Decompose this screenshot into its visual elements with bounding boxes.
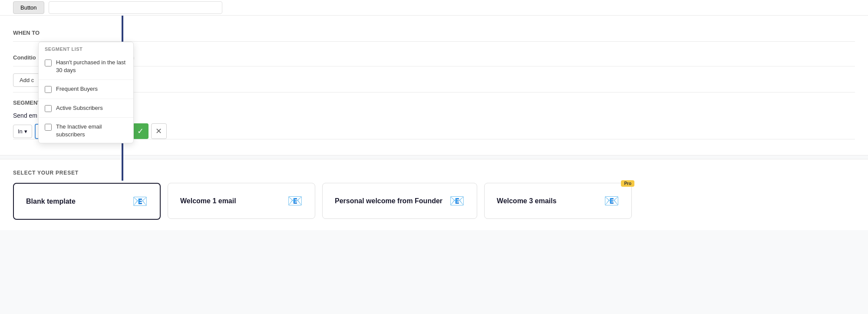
add-condition-label: Add c [20,77,34,83]
segment-input-row: In ▾ ✓ ✕ [13,123,855,139]
preset-card-wrapper-3: Welcome 3 emails 📧 Pro [484,183,632,220]
preset-card-icon-1: 📧 [287,194,303,208]
dropdown-divider-2 [39,117,133,118]
preset-card-label-2: Personal welcome from Founder [335,197,442,205]
preset-card-icon-0: 📧 [132,194,148,208]
dropdown-header: SEGMENT LIST [39,42,133,54]
confirm-segment-button[interactable]: ✓ [133,123,149,139]
cancel-segment-button[interactable]: ✕ [151,123,167,139]
partial-button[interactable]: Button [13,1,44,14]
dropdown-item-3[interactable]: The Inactive email subscribers [39,119,133,143]
preset-card-label-0: Blank template [26,198,76,205]
dropdown-item-2[interactable]: Active Subscribers [39,100,133,116]
preset-title: SELECT YOUR PRESET [13,170,855,176]
partial-input[interactable] [49,1,222,14]
dropdown-checkbox-0[interactable] [45,59,52,66]
dropdown-checkbox-2[interactable] [45,105,52,112]
segment-dropdown: SEGMENT LIST Hasn't purchased in the las… [38,42,134,143]
dropdown-checkbox-3[interactable] [45,124,52,131]
segment-send-label: Send em [13,112,37,119]
add-condition-row: Add c [13,73,855,93]
when-to-row: WHEN TO [13,24,855,42]
top-section: WHEN TO Conditio ditions any condition A… [0,16,868,155]
page-wrapper: Button WHEN TO Conditio ditions any cond… [0,0,868,314]
preset-section: SELECT YOUR PRESET Blank template 📧 Welc… [0,159,868,230]
conditions-row: Conditio ditions any condition [13,49,855,66]
checkmark-icon: ✓ [137,126,144,136]
segment-section: SEGMENT Send em LL segments below In ▾ ✓… [13,99,855,139]
in-select-label: In [18,128,23,135]
preset-card-wrapper-1: Welcome 1 email 📧 [168,183,315,220]
preset-card-3[interactable]: Welcome 3 emails 📧 [484,183,632,219]
dropdown-item-0[interactable]: Hasn't purchased in the last 30 days [39,54,133,79]
preset-card-icon-3: 📧 [604,194,619,208]
in-select-dropdown[interactable]: In ▾ [13,125,32,138]
segment-description-row: Send em LL segments below [13,112,855,119]
close-icon: ✕ [155,126,162,136]
chevron-down-icon: ▾ [24,128,27,135]
dropdown-divider-0 [39,79,133,80]
preset-card-label-1: Welcome 1 email [180,197,236,205]
preset-card-icon-2: 📧 [449,194,465,208]
pro-badge: Pro [621,180,634,187]
partial-top-bar: Button [0,0,868,16]
preset-card-wrapper-2: Personal welcome from Founder 📧 [322,183,477,220]
dropdown-item-label-0: Hasn't purchased in the last 30 days [56,59,127,74]
add-condition-button[interactable]: Add c [13,73,40,87]
preset-card-label-3: Welcome 3 emails [497,197,557,205]
preset-card-0[interactable]: Blank template 📧 [13,183,161,220]
dropdown-item-label-3: The Inactive email subscribers [56,123,127,139]
preset-card-1[interactable]: Welcome 1 email 📧 [168,183,315,219]
dropdown-item-1[interactable]: Frequent Buyers [39,81,133,97]
preset-card-wrapper-0: Blank template 📧 [13,183,161,220]
preset-card-2[interactable]: Personal welcome from Founder 📧 [322,183,477,219]
dropdown-checkbox-1[interactable] [45,86,52,93]
dropdown-divider-1 [39,99,133,99]
dropdown-item-label-2: Active Subscribers [56,104,103,112]
dropdown-item-label-1: Frequent Buyers [56,85,98,93]
preset-cards: Blank template 📧 Welcome 1 email 📧 Perso… [13,183,855,220]
when-to-label: WHEN TO [13,30,48,36]
